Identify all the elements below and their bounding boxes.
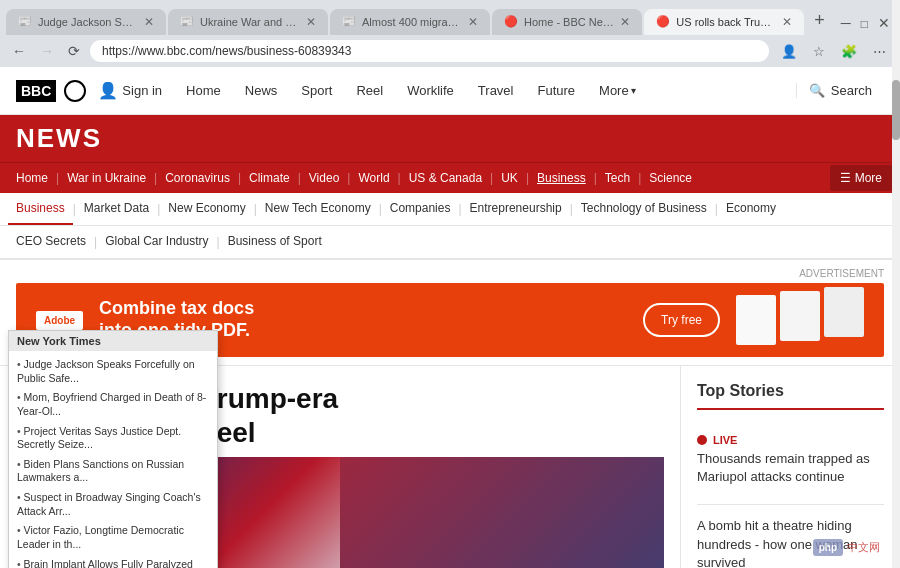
- sec-nav-ukraine[interactable]: War in Ukraine: [59, 163, 154, 193]
- tab-close-4[interactable]: ✕: [620, 15, 630, 29]
- new-tab-button[interactable]: +: [806, 6, 833, 35]
- tab-bar: 📰 Judge Jackson Speaks... ✕ 📰 Ukraine Wa…: [0, 0, 900, 35]
- nav-future[interactable]: Future: [525, 67, 587, 115]
- maximize-button[interactable]: □: [857, 13, 872, 35]
- biz-nav-entrepreneurship[interactable]: Entrepreneurship: [462, 193, 570, 225]
- tab-label-3: Almost 400 migrants c...: [362, 16, 462, 28]
- nyt-panel: New York Times Judge Jackson Speaks Forc…: [8, 330, 218, 568]
- biz-nav-technology-of-business[interactable]: Technology of Business: [573, 193, 715, 225]
- search-icon: 🔍: [809, 83, 825, 98]
- biz-nav-new-tech-economy[interactable]: New Tech Economy: [257, 193, 379, 225]
- tab-us-rolls[interactable]: 🔴 US rolls back Trump-e... ✕: [644, 9, 804, 35]
- tab-close-2[interactable]: ✕: [306, 15, 316, 29]
- url-text: https://www.bbc.com/news/business-608393…: [102, 44, 757, 58]
- tab-ukraine[interactable]: 📰 Ukraine War and Pand... ✕: [168, 9, 328, 35]
- extensions-button[interactable]: 🧩: [835, 40, 863, 63]
- close-window-button[interactable]: ✕: [874, 11, 894, 35]
- biz-nav-companies[interactable]: Companies: [382, 193, 459, 225]
- page-scrollbar[interactable]: [892, 0, 900, 568]
- news-title: NEWS: [16, 123, 102, 153]
- bbc-logo-box: BBC: [16, 80, 56, 102]
- address-bar[interactable]: https://www.bbc.com/news/business-608393…: [90, 40, 769, 62]
- tab-favicon-4: 🔴: [504, 15, 518, 29]
- biz-nav-new-economy[interactable]: New Economy: [160, 193, 253, 225]
- nav-more[interactable]: More ▾: [587, 67, 648, 115]
- browser-actions: 👤 ☆ 🧩 ⋯: [775, 40, 892, 63]
- reload-button[interactable]: ⟳: [64, 39, 84, 63]
- nyt-item-1[interactable]: Judge Jackson Speaks Forcefully on Publi…: [9, 355, 217, 388]
- sec-nav-world[interactable]: World: [350, 163, 397, 193]
- sec-nav-science[interactable]: Science: [641, 163, 700, 193]
- profile-button[interactable]: 👤: [775, 40, 803, 63]
- business-subnav: Business | Market Data | New Economy | N…: [0, 193, 900, 226]
- story-card-2[interactable]: A bomb hit a theatre hiding hundreds - h…: [697, 505, 884, 568]
- tab-close-5[interactable]: ✕: [782, 15, 792, 29]
- sec-nav-tech[interactable]: Tech: [597, 163, 638, 193]
- tab-label-5: US rolls back Trump-e...: [676, 16, 776, 28]
- ad-visual: [736, 295, 864, 345]
- nav-sport[interactable]: Sport: [289, 67, 344, 115]
- search-button[interactable]: 🔍 Search: [796, 83, 884, 98]
- sec-nav-uk[interactable]: UK: [493, 163, 526, 193]
- bbc-top-nav-links: Home News Sport Reel Worklife Travel Fut…: [174, 67, 796, 115]
- right-sidebar: Top Stories LIVE Thousands remain trappe…: [680, 366, 900, 568]
- biz-nav-business[interactable]: Business: [8, 193, 73, 225]
- tab-migrants[interactable]: 📰 Almost 400 migrants c... ✕: [330, 9, 490, 35]
- hamburger-icon: ☰: [840, 171, 851, 185]
- nav-worklife[interactable]: Worklife: [395, 67, 466, 115]
- minimize-button[interactable]: ─: [837, 11, 855, 35]
- business-subnav2: CEO Secrets | Global Car Industry | Busi…: [0, 226, 900, 260]
- sec-nav-business[interactable]: Business: [529, 163, 594, 193]
- biz-nav-economy[interactable]: Economy: [718, 193, 784, 225]
- nyt-item-4[interactable]: Biden Plans Sanctions on Russian Lawmake…: [9, 455, 217, 488]
- nyt-item-2[interactable]: Mom, Boyfriend Charged in Death of 8-Yea…: [9, 388, 217, 421]
- biz-nav2-global-car[interactable]: Global Car Industry: [97, 226, 216, 258]
- sec-nav-home[interactable]: Home: [8, 163, 56, 193]
- bbc-logo: BBC: [16, 80, 56, 102]
- story-card-1[interactable]: LIVE Thousands remain trapped as Mariupo…: [697, 422, 884, 505]
- tab-label-4: Home - BBC News: [524, 16, 614, 28]
- settings-button[interactable]: ⋯: [867, 40, 892, 63]
- php-badge: php 中文网: [813, 539, 880, 556]
- back-button[interactable]: ←: [8, 39, 30, 63]
- nav-reel[interactable]: Reel: [344, 67, 395, 115]
- sec-nav-us-canada[interactable]: US & Canada: [401, 163, 490, 193]
- sec-nav-video[interactable]: Video: [301, 163, 347, 193]
- biz-nav2-ceo-secrets[interactable]: CEO Secrets: [8, 226, 94, 258]
- nyt-panel-header: New York Times: [9, 331, 217, 351]
- nav-travel[interactable]: Travel: [466, 67, 526, 115]
- tab-label-2: Ukraine War and Pand...: [200, 16, 300, 28]
- ad-cta-button[interactable]: Try free: [643, 303, 720, 337]
- ad-label: ADVERTISEMENT: [16, 268, 884, 279]
- ad-page-3: [824, 287, 864, 337]
- sec-nav-climate[interactable]: Climate: [241, 163, 298, 193]
- sec-nav-more-button[interactable]: ☰ More: [830, 165, 892, 191]
- chevron-down-icon: ▾: [631, 85, 636, 96]
- tab-favicon-1: 📰: [18, 15, 32, 29]
- biz-nav2-business-of-sport[interactable]: Business of Sport: [220, 226, 330, 258]
- nyt-item-7[interactable]: Brain Implant Allows Fully Paralyzed Pat…: [9, 555, 217, 568]
- nav-home[interactable]: Home: [174, 67, 233, 115]
- bbc-logo-circle-icon[interactable]: [64, 80, 86, 102]
- address-bar-row: ← → ⟳ https://www.bbc.com/news/business-…: [0, 35, 900, 67]
- live-label: LIVE: [713, 434, 737, 446]
- nav-news[interactable]: News: [233, 67, 290, 115]
- live-dot-icon: [697, 435, 707, 445]
- ad-page-2: [780, 291, 820, 341]
- biz-nav-market-data[interactable]: Market Data: [76, 193, 157, 225]
- person-icon: 👤: [98, 81, 118, 100]
- bbc-news-header: NEWS: [0, 115, 900, 162]
- tab-judge-jackson[interactable]: 📰 Judge Jackson Speaks... ✕: [6, 9, 166, 35]
- nyt-item-3[interactable]: Project Veritas Says Justice Dept. Secre…: [9, 422, 217, 455]
- tab-close-3[interactable]: ✕: [468, 15, 478, 29]
- sec-nav-coronavirus[interactable]: Coronavirus: [157, 163, 238, 193]
- nyt-item-5[interactable]: Suspect in Broadway Singing Coach's Atta…: [9, 488, 217, 521]
- forward-button[interactable]: →: [36, 39, 58, 63]
- nyt-item-6[interactable]: Victor Fazio, Longtime Democratic Leader…: [9, 521, 217, 554]
- tab-close-1[interactable]: ✕: [144, 15, 154, 29]
- bookmark-button[interactable]: ☆: [807, 40, 831, 63]
- live-badge: LIVE: [697, 434, 884, 446]
- tab-bbc-home[interactable]: 🔴 Home - BBC News ✕: [492, 9, 642, 35]
- sign-in-button[interactable]: 👤 Sign in: [86, 81, 174, 100]
- sign-in-label: Sign in: [122, 83, 162, 98]
